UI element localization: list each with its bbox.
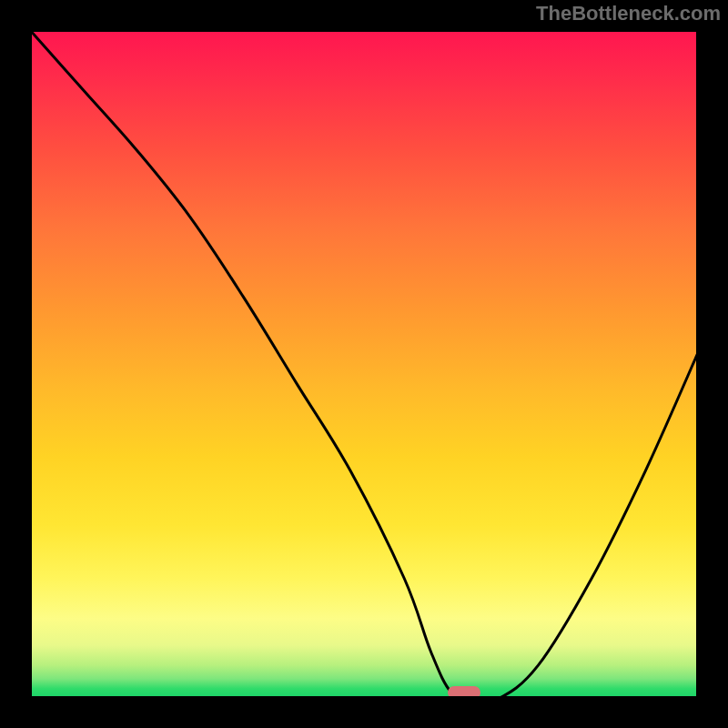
optimal-point-marker[interactable] xyxy=(448,686,480,699)
curve-layer xyxy=(29,29,699,699)
plot-area xyxy=(29,29,699,699)
watermark-text: TheBottleneck.com xyxy=(536,2,721,25)
bottleneck-curve-path xyxy=(29,29,699,699)
chart-frame: TheBottleneck.com xyxy=(0,0,728,728)
